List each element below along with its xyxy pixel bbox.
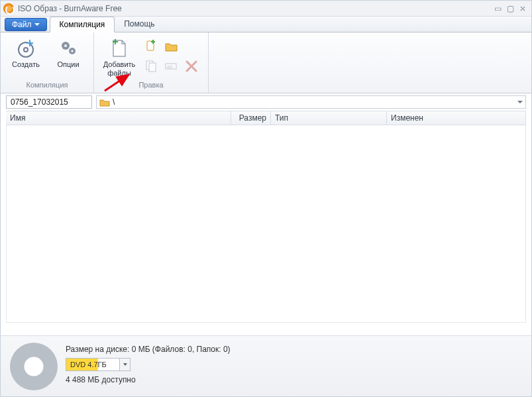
window-title: ISO Образ - BurnAware Free [18,4,122,13]
ribbon: Создать Опции Компиляция [1,32,531,93]
path-row: 0756_17032015 \ [1,93,531,111]
options-button[interactable]: Опции [48,35,88,70]
folder-icon [99,97,110,107]
svg-rect-9 [113,41,118,42]
svg-point-6 [64,44,67,47]
maximize-icon[interactable]: ▢ [507,4,514,13]
tab-help[interactable]: Помощь [115,17,164,32]
file-menu-label: Файл [12,20,32,29]
column-name[interactable]: Имя [6,111,231,125]
edit-small-icons: ab [142,35,203,78]
minimize-icon[interactable]: ▭ [494,4,502,13]
tab-compilation-label: Компиляция [60,20,105,29]
column-size[interactable]: Размер [231,111,271,125]
add-folder-small-icon[interactable] [164,39,179,54]
media-select[interactable]: DVD 4.7ГБ [66,358,131,371]
rename-icon[interactable]: ab [164,59,179,74]
svg-text:ab: ab [167,64,173,70]
chevron-down-icon [123,363,127,366]
svg-rect-3 [27,42,33,44]
column-modified[interactable]: Изменен [387,111,526,125]
close-icon[interactable]: ⤬ [519,4,526,13]
gears-icon [58,38,79,59]
status-bar: Размер на диске: 0 МБ (Файлов: 0, Папок:… [1,335,531,396]
ribbon-group-compilation-caption: Компиляция [6,81,88,91]
add-file-small-icon[interactable] [144,39,159,54]
file-columns: Имя Размер Тип Изменен [6,111,526,125]
titlebar: ISO Образ - BurnAware Free ▭ ▢ ⤬ [1,1,531,17]
chevron-down-icon[interactable] [517,101,523,103]
tab-compilation[interactable]: Компиляция [50,17,115,32]
app-icon [3,3,14,14]
svg-point-7 [71,50,73,52]
ribbon-group-edit-caption: Правка [99,81,203,91]
media-select-value: DVD 4.7ГБ [70,361,107,369]
tab-help-label: Помощь [124,19,154,28]
ribbon-group-compilation: Создать Опции Компиляция [1,32,94,93]
media-select-dropdown[interactable] [119,359,130,370]
create-button-label: Создать [12,60,40,69]
delete-icon[interactable] [184,59,199,74]
path-field[interactable]: \ [96,95,526,109]
create-button[interactable]: Создать [6,35,46,70]
svg-rect-12 [151,41,155,42]
tab-row: Файл Компиляция Помощь [1,17,531,32]
blank-spacer [184,39,199,54]
chevron-down-icon [34,23,40,26]
add-files-label-1: Добавить [103,60,136,69]
svg-rect-14 [149,63,156,72]
options-button-label: Опции [57,60,79,69]
file-list-area[interactable] [6,125,526,323]
project-name-field[interactable]: 0756_17032015 [6,95,92,109]
ribbon-group-edit: Добавить файлы ab [94,32,209,93]
add-files-button[interactable]: Добавить файлы [99,35,139,78]
copy-icon[interactable] [144,59,159,74]
window-controls: ▭ ▢ ⤬ [494,4,529,13]
disc-icon [10,343,58,390]
project-name-value: 0756_17032015 [11,97,68,107]
status-size-line: Размер на диске: 0 МБ (Файлов: 0, Папок:… [66,345,231,354]
path-value: \ [113,97,115,107]
disc-plus-icon [15,38,36,59]
svg-point-1 [24,48,28,52]
file-plus-icon [109,38,130,59]
status-available: 4 488 МБ доступно [66,375,231,384]
add-files-label-2: файлы [107,69,131,78]
column-type[interactable]: Тип [271,111,387,125]
file-menu-button[interactable]: Файл [5,18,47,31]
